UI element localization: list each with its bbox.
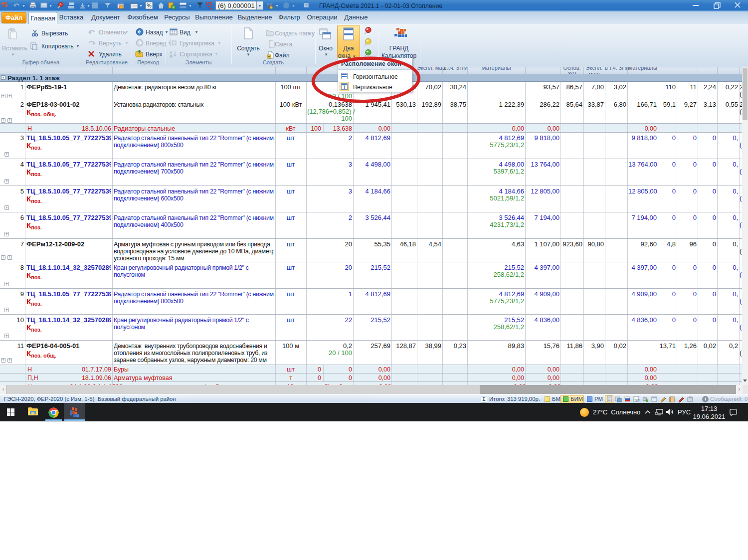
svg-text:ТСН: ТСН	[634, 398, 640, 401]
